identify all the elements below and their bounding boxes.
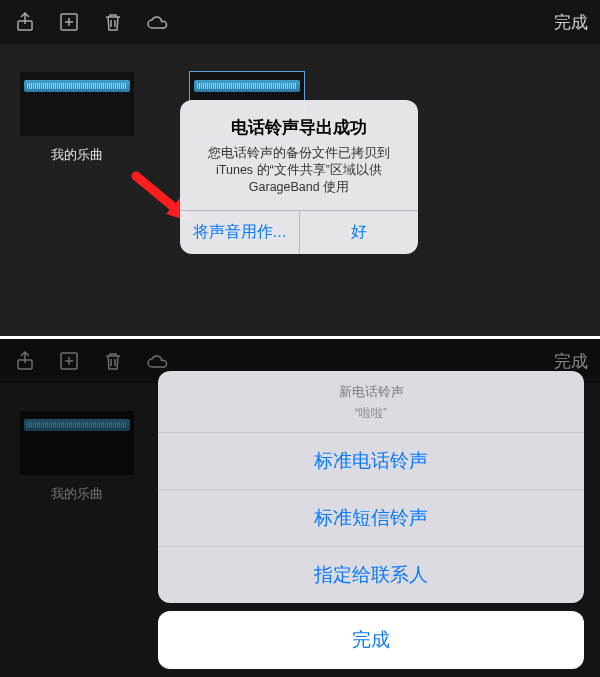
action-sheet-item-assign-contact[interactable]: 指定给联系人 [158,547,584,603]
alert-message: 您电话铃声的备份文件已拷贝到 iTunes 的“文件共享”区域以供 Garage… [194,145,404,196]
alert-title: 电话铃声导出成功 [194,116,404,139]
action-sheet-header: 新电话铃声 “啦啦” [158,371,584,433]
export-success-alert: 电话铃声导出成功 您电话铃声的备份文件已拷贝到 iTunes 的“文件共享”区域… [180,100,418,254]
action-sheet-title: 新电话铃声 [168,383,574,401]
action-sheet-cancel[interactable]: 完成 [158,611,584,669]
share-icon[interactable] [12,9,38,35]
action-sheet-item-default-text-tone[interactable]: 标准短信铃声 [158,490,584,547]
screenshot-bottom: 完成 我的乐曲 新电话铃声 “啦啦” 标准电话铃声 标准短信铃声 指定给联系人 … [0,339,600,677]
svg-line-2 [136,176,182,214]
song-label: 我的乐曲 [51,146,103,164]
add-icon[interactable] [56,9,82,35]
trash-icon[interactable] [100,9,126,35]
action-sheet-subtitle: “啦啦” [168,405,574,422]
screenshot-top: 完成 我的乐曲 电话铃声导出成功 您电话铃声的备份文件已拷贝到 iTunes 的… [0,0,600,336]
toolbar: 完成 [0,0,600,44]
alert-use-as-button[interactable]: 将声音用作... [180,211,299,254]
toolbar-done-button[interactable]: 完成 [554,11,588,34]
action-sheet-container: 新电话铃声 “啦啦” 标准电话铃声 标准短信铃声 指定给联系人 完成 [150,371,592,677]
song-thumbnail [20,72,134,136]
action-sheet-item-default-ringtone[interactable]: 标准电话铃声 [158,433,584,490]
alert-ok-button[interactable]: 好 [299,211,418,254]
cloud-icon[interactable] [144,9,170,35]
song-item[interactable]: 我的乐曲 [20,72,134,164]
action-sheet: 新电话铃声 “啦啦” 标准电话铃声 标准短信铃声 指定给联系人 [158,371,584,603]
